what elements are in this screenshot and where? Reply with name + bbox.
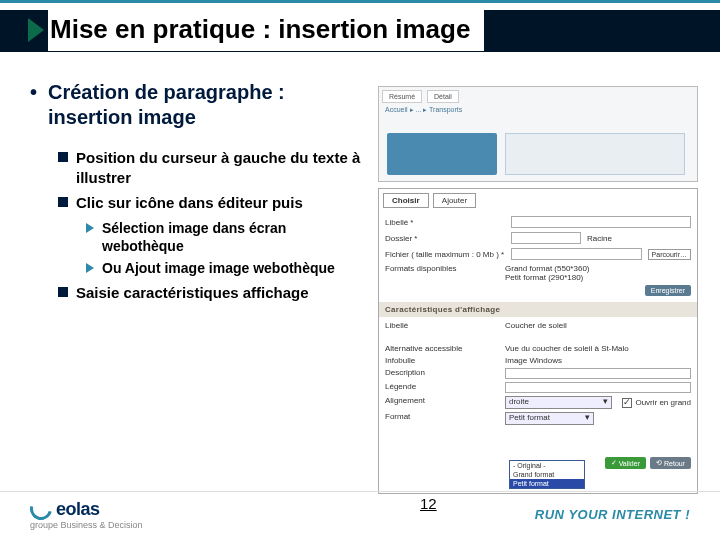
section-header: Caractéristiques d'affichage: [379, 302, 697, 317]
label-fichier: Fichier ( taille maximum : 0 Mb ) *: [385, 250, 505, 259]
value-alt: Vue du coucher de soleil à St-Malo: [505, 344, 691, 353]
label-alt: Alternative accessible: [385, 344, 495, 353]
bullet-level2: Saisie caractéristiques affichage: [58, 283, 370, 303]
label-legende: Légende: [385, 382, 495, 393]
tab-choisir[interactable]: Choisir: [383, 193, 429, 208]
save-button[interactable]: Enregistrer: [645, 285, 691, 296]
tagline: RUN YOUR INTERNET !: [535, 507, 690, 522]
value-infobulle: Image Windows: [505, 356, 691, 365]
input-description[interactable]: [505, 368, 691, 379]
screenshot-dialog: Choisir Ajouter Libellé * Dossier *Racin…: [378, 188, 698, 494]
bullet-level3: Sélection image dans écran webothèque: [86, 219, 370, 255]
screenshot-editor: Résumé Détail Accueil ▸ ... ▸ Transports: [378, 86, 698, 182]
value-racine: Racine: [587, 234, 612, 243]
label-ouvrir: Ouvrir en grand: [635, 398, 691, 407]
back-button[interactable]: ⟲ Retour: [650, 457, 691, 469]
dropdown-format[interactable]: - Original - Grand format Petit format: [509, 460, 585, 489]
logo-subtitle: groupe Business & Decision: [30, 520, 143, 530]
option[interactable]: - Original -: [510, 461, 584, 470]
select-alignement[interactable]: droite: [505, 396, 612, 409]
tab-ajouter[interactable]: Ajouter: [433, 193, 476, 208]
arrow-icon: [28, 18, 44, 42]
input-libelle[interactable]: [511, 216, 691, 228]
label-alignement: Alignement: [385, 396, 495, 409]
tab: Résumé: [382, 90, 422, 103]
bullet-level3: Ou Ajout image image webothèque: [86, 259, 370, 277]
title-wrap: Mise en pratique : insertion image: [28, 8, 484, 51]
validate-button[interactable]: ✓ Valider: [605, 457, 646, 469]
label-infobulle: Infobulle: [385, 356, 495, 365]
value-format1: Grand format (550*360): [505, 264, 590, 273]
value-libelle2: Coucher de soleil: [505, 321, 691, 330]
select-format[interactable]: Petit format: [505, 412, 594, 425]
panel: [505, 133, 685, 175]
option-selected[interactable]: Petit format: [510, 479, 584, 488]
logo-text: eolas: [56, 499, 100, 520]
tab: Détail: [427, 90, 459, 103]
slide-title: Mise en pratique : insertion image: [48, 8, 484, 51]
content-block: Création de paragraphe : insertion image…: [30, 80, 370, 309]
breadcrumb: Accueil ▸ ... ▸ Transports: [385, 106, 691, 114]
accent-line: [0, 0, 720, 3]
checkbox-ouvrir[interactable]: [622, 398, 632, 408]
logo-block: eolas groupe Business & Decision: [30, 498, 143, 530]
bullet-level2: Clic sur icône dans éditeur puis: [58, 193, 370, 213]
label-format: Format: [385, 412, 495, 425]
label-dossier: Dossier *: [385, 234, 505, 243]
option[interactable]: Grand format: [510, 470, 584, 479]
bullet-level2: Position du curseur à gauche du texte à …: [58, 148, 370, 187]
label-libelle2: Libellé: [385, 321, 495, 330]
input-dossier[interactable]: [511, 232, 581, 244]
bullet-level1: Création de paragraphe : insertion image: [30, 80, 370, 130]
label-formats: Formats disponibles: [385, 264, 495, 282]
input-legende[interactable]: [505, 382, 691, 393]
label-description: Description: [385, 368, 495, 379]
value-format2: Petit format (290*180): [505, 273, 583, 282]
footer: eolas groupe Business & Decision RUN YOU…: [0, 488, 720, 540]
label-libelle: Libellé *: [385, 218, 505, 227]
page-number: 12: [420, 495, 437, 512]
panel: [387, 133, 497, 175]
input-fichier[interactable]: [511, 248, 642, 260]
browse-button[interactable]: Parcourir…: [648, 249, 691, 260]
